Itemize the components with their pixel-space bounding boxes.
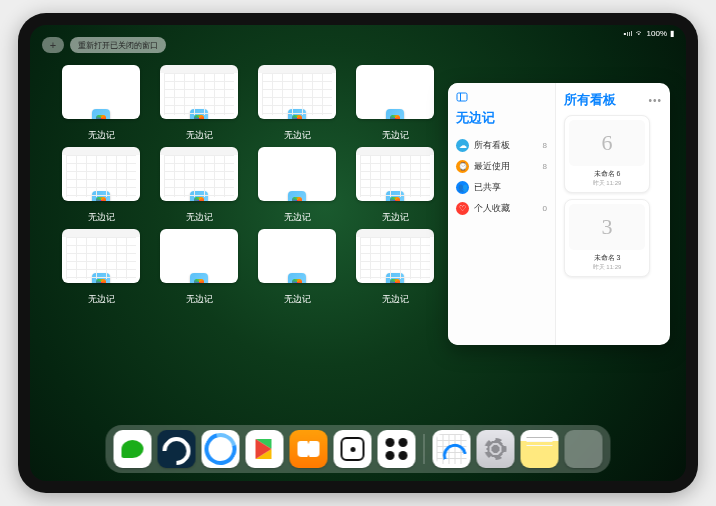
new-window-button[interactable]: +: [42, 37, 64, 53]
window-tile[interactable]: 无边记: [158, 229, 240, 311]
wechat-icon[interactable]: [114, 430, 152, 468]
freeform-app-badge-icon: [288, 109, 306, 119]
board-name: 未命名 6: [594, 169, 621, 179]
menu-item-label: 已共享: [474, 181, 501, 194]
freeform-app-badge-icon: [190, 273, 208, 283]
window-label: 无边记: [284, 129, 311, 142]
window-thumbnail[interactable]: [62, 147, 140, 201]
window-thumbnail[interactable]: [356, 65, 434, 119]
window-thumbnail[interactable]: [356, 229, 434, 283]
window-tile[interactable]: 无边记: [256, 65, 338, 147]
menu-item-icon: ☁: [456, 139, 469, 152]
window-tile[interactable]: 无边记: [256, 147, 338, 229]
menu-item-label: 个人收藏: [474, 202, 510, 215]
window-tile[interactable]: 无边记: [60, 229, 142, 311]
freeform-app-badge-icon: [288, 191, 306, 201]
freeform-app-badge-icon: [288, 273, 306, 283]
dice-app-icon[interactable]: [334, 430, 372, 468]
window-tile[interactable]: 无边记: [354, 65, 436, 147]
menu-item-label: 最近使用: [474, 160, 510, 173]
popover-sidebar-icon: [456, 91, 547, 103]
freeform-app-badge-icon: [190, 191, 208, 201]
board-card[interactable]: 6未命名 6昨天 11:29: [564, 115, 650, 193]
window-label: 无边记: [382, 129, 409, 142]
reopen-closed-window-button[interactable]: 重新打开已关闭的窗口: [70, 37, 166, 53]
signal-icon: •ııl: [624, 29, 633, 38]
window-thumbnail[interactable]: [160, 65, 238, 119]
books-icon[interactable]: [290, 430, 328, 468]
freeform-app-badge-icon: [386, 191, 404, 201]
connect-app-icon[interactable]: [378, 430, 416, 468]
hd-video-icon[interactable]: [158, 430, 196, 468]
freeform-app-badge-icon: [386, 273, 404, 283]
app-switcher-grid: 无边记无边记无边记无边记无边记无边记无边记无边记无边记无边记无边记无边记: [60, 65, 436, 311]
window-thumbnail[interactable]: [258, 229, 336, 283]
sidebar-menu-item[interactable]: ♡个人收藏0: [456, 198, 547, 219]
window-tile[interactable]: 无边记: [60, 147, 142, 229]
board-thumbnail: 3: [569, 204, 645, 250]
freeform-app-badge-icon: [92, 191, 110, 201]
ipad-device-frame: •ııl ᯤ 100% ▮ + 重新打开已关闭的窗口 无边记无边记无边记无边记无…: [18, 13, 698, 493]
menu-item-count: 8: [543, 141, 547, 150]
window-thumbnail[interactable]: [160, 147, 238, 201]
window-tile[interactable]: 无边记: [256, 229, 338, 311]
sidebar-toggle-icon[interactable]: [456, 91, 468, 103]
play-store-icon[interactable]: [246, 430, 284, 468]
popover-content: 所有看板 ••• 6未命名 6昨天 11:293未命名 3昨天 11:29: [556, 83, 670, 345]
board-date: 昨天 11:29: [593, 263, 622, 272]
screen: •ııl ᯤ 100% ▮ + 重新打开已关闭的窗口 无边记无边记无边记无边记无…: [30, 25, 686, 481]
freeform-app-badge-icon: [92, 273, 110, 283]
window-thumbnail[interactable]: [356, 147, 434, 201]
window-label: 无边记: [382, 211, 409, 224]
more-options-button[interactable]: •••: [648, 95, 662, 106]
window-tile[interactable]: 无边记: [158, 147, 240, 229]
window-thumbnail[interactable]: [62, 65, 140, 119]
popover-section-title: 所有看板: [564, 91, 616, 109]
browser-icon[interactable]: [202, 430, 240, 468]
menu-item-icon: ♡: [456, 202, 469, 215]
menu-item-count: 0: [543, 204, 547, 213]
svg-rect-0: [457, 93, 467, 101]
sidebar-menu-item[interactable]: 👥已共享: [456, 177, 547, 198]
settings-icon[interactable]: [477, 430, 515, 468]
window-tile[interactable]: 无边记: [60, 65, 142, 147]
board-thumbnail: 6: [569, 120, 645, 166]
window-thumbnail[interactable]: [258, 65, 336, 119]
window-tile[interactable]: 无边记: [158, 65, 240, 147]
freeform-app-badge-icon: [386, 109, 404, 119]
window-label: 无边记: [186, 293, 213, 306]
window-label: 无边记: [88, 293, 115, 306]
dock: [106, 425, 611, 473]
window-label: 无边记: [382, 293, 409, 306]
sidebar-menu-item[interactable]: ⌚最近使用8: [456, 156, 547, 177]
freeform-app-badge-icon: [190, 109, 208, 119]
app-library-icon[interactable]: [565, 430, 603, 468]
window-tile[interactable]: 无边记: [354, 147, 436, 229]
window-thumbnail[interactable]: [160, 229, 238, 283]
window-tile[interactable]: 无边记: [354, 229, 436, 311]
wifi-icon: ᯤ: [636, 29, 644, 38]
window-label: 无边记: [284, 293, 311, 306]
window-label: 无边记: [284, 211, 311, 224]
freeform-popover: 无边记 ☁所有看板8⌚最近使用8👥已共享♡个人收藏0 所有看板 ••• 6未命名…: [448, 83, 670, 345]
dock-separator: [424, 434, 425, 464]
battery-icon: ▮: [670, 29, 674, 38]
menu-item-icon: 👥: [456, 181, 469, 194]
window-label: 无边记: [186, 211, 213, 224]
menu-item-count: 8: [543, 162, 547, 171]
notes-icon[interactable]: [521, 430, 559, 468]
top-controls: + 重新打开已关闭的窗口: [42, 37, 166, 53]
window-thumbnail[interactable]: [62, 229, 140, 283]
freeform-icon[interactable]: [433, 430, 471, 468]
window-label: 无边记: [88, 211, 115, 224]
window-label: 无边记: [88, 129, 115, 142]
window-thumbnail[interactable]: [258, 147, 336, 201]
battery-text: 100%: [647, 29, 667, 38]
window-label: 无边记: [186, 129, 213, 142]
board-date: 昨天 11:29: [593, 179, 622, 188]
menu-item-icon: ⌚: [456, 160, 469, 173]
sidebar-menu-item[interactable]: ☁所有看板8: [456, 135, 547, 156]
board-card[interactable]: 3未命名 3昨天 11:29: [564, 199, 650, 277]
popover-sidebar: 无边记 ☁所有看板8⌚最近使用8👥已共享♡个人收藏0: [448, 83, 556, 345]
freeform-app-badge-icon: [92, 109, 110, 119]
